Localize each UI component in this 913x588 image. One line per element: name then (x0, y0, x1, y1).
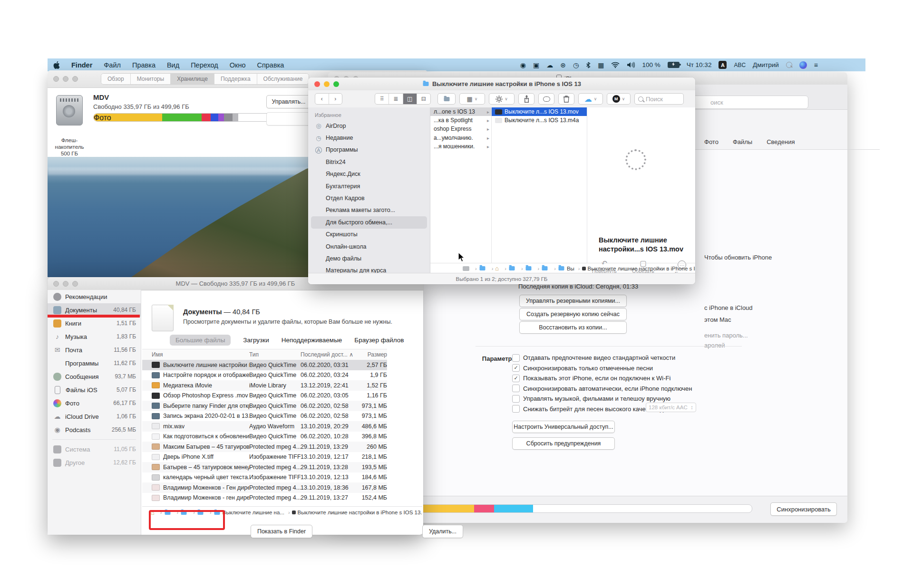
sidebar-item[interactable]: Яндекс.Диск (311, 168, 427, 180)
breadcrumb[interactable] (541, 266, 558, 271)
volume-icon[interactable] (627, 62, 635, 68)
sync-option-checkbox[interactable]: Синхронизировать автоматически, если iPh… (512, 385, 692, 392)
checkbox[interactable] (512, 364, 520, 372)
column-file-row[interactable]: Выключите л...s IOS 13.mov (492, 107, 587, 116)
zoom-icon[interactable] (72, 76, 78, 82)
column-type[interactable]: Тип (249, 351, 301, 358)
checkbox[interactable] (512, 354, 520, 362)
share-button[interactable] (518, 93, 534, 105)
storage-tab[interactable]: Браузер файлов (354, 337, 404, 344)
battery-icon[interactable] (668, 62, 680, 68)
sidebar-item[interactable]: Скриншоты (311, 229, 427, 241)
sidebar-item[interactable]: Bitrix24 (311, 156, 427, 168)
tab-photos[interactable]: Фото (704, 138, 719, 145)
storage-tab[interactable]: Загрузки (243, 337, 269, 344)
menu-item-window[interactable]: Окно (224, 61, 252, 69)
column-name[interactable]: Имя (142, 351, 249, 358)
apple-menu-icon[interactable] (48, 61, 66, 69)
icon-view-icon[interactable]: ⠿ (375, 94, 389, 104)
view-switcher[interactable]: ⠿ ≣ ◫ ⊟ (375, 93, 431, 105)
column-folder-row[interactable]: ...я мошенники. (430, 142, 491, 151)
table-row[interactable]: Максим Батырев – 45 татуировок про... Pr… (142, 442, 387, 452)
tab-info[interactable]: Сведения (767, 138, 795, 145)
storage-category[interactable]: Книги 1,51 ГБ (48, 317, 141, 330)
input-source-label[interactable]: ABC (734, 62, 746, 68)
sync-option-checkbox[interactable]: Отдавать предпочтение видео стандартной … (512, 354, 692, 361)
input-source-badge[interactable]: A (719, 61, 727, 69)
vpn-cloud-icon[interactable]: ☁ (546, 62, 553, 68)
spotlight-search-icon[interactable] (786, 62, 792, 68)
screen-share-icon[interactable]: ▣ (533, 62, 539, 68)
menu-item-view[interactable]: Вид (161, 61, 185, 69)
column-folder-row[interactable]: oshop Express (430, 125, 491, 133)
storage-tab[interactable]: Неподдерживаемые (282, 337, 342, 344)
tab[interactable]: Хранилище (171, 74, 214, 84)
delete-button[interactable]: Удалить... (422, 525, 463, 538)
time-machine-icon[interactable]: ◷ (573, 62, 579, 68)
table-row[interactable]: Обзор Photoshop Express .mov Видео Quick… (142, 391, 387, 401)
breadcrumb[interactable] (463, 266, 479, 271)
storage-category[interactable]: Почта 11,56 ГБ (48, 343, 141, 357)
table-row[interactable]: Выключите лишние настройки в iPhon... Ви… (142, 360, 387, 370)
tab[interactable]: Мониторы (131, 74, 171, 84)
sidebar-item[interactable]: Демо файлы (311, 252, 427, 264)
manage-button[interactable]: Управлять... (266, 95, 311, 108)
checkbox[interactable] (512, 395, 520, 403)
finder-search-input[interactable]: Поиск (634, 93, 684, 105)
gallery-view-icon[interactable]: ⊟ (417, 94, 430, 104)
storage-tab[interactable]: Большие файлы (170, 335, 231, 346)
table-row[interactable]: Как подготовиться к обновлению iPho... В… (142, 432, 387, 442)
options-button[interactable]: Сбросить предупреждения (512, 437, 615, 450)
table-header[interactable]: Имя Тип Последний дост... ∧ Размер (142, 349, 387, 360)
sidebar-item[interactable]: Программы (311, 144, 427, 156)
window-controls[interactable] (53, 76, 78, 82)
notification-center-icon[interactable]: ≡ (814, 62, 818, 68)
list-view-icon[interactable]: ≣ (389, 94, 403, 104)
keyboard-icon[interactable]: ▦ (598, 62, 604, 68)
table-row[interactable]: Владимир Моженков - ген директора.... Pr… (142, 493, 387, 503)
sync-option-checkbox[interactable]: Синхронизировать только отмеченные песни (512, 365, 692, 372)
breadcrumb[interactable]: Выключите лишние настройки в iPhone s IO… (582, 266, 696, 271)
table-row[interactable]: Медиатека iMovie iMovie Library 13.12.20… (142, 380, 387, 391)
sidebar-item[interactable]: Отдел Кадров (311, 192, 427, 204)
extension-button[interactable]: M∨ (607, 93, 631, 105)
column-accessed[interactable]: Последний дост... ∧ (301, 351, 359, 358)
menu-item-help[interactable]: Справка (251, 61, 290, 69)
bitrate-select[interactable]: 128 кбит/с AAC↕ (646, 403, 696, 412)
sidebar-item[interactable]: Онлайн-школа (311, 241, 427, 252)
tag-button[interactable] (538, 93, 554, 105)
table-row[interactable]: Запись экрана 2020-02-01 в 13.29.54.... … (142, 411, 387, 422)
storage-category[interactable]: Другое 12,62 ГБ (48, 456, 141, 469)
backup-button[interactable]: Управлять резервными копиями... (519, 295, 627, 307)
group-button[interactable]: ▦∨ (459, 93, 485, 105)
checkbox[interactable] (512, 405, 520, 413)
storage-category[interactable]: Программы 11,62 ГБ (48, 357, 141, 370)
new-folder-button[interactable] (437, 93, 456, 105)
menu-item-edit[interactable]: Правка (126, 61, 161, 69)
breadcrumb[interactable] (525, 266, 542, 271)
screen-record-icon[interactable]: ◉ (520, 62, 526, 68)
tab[interactable]: Обзор (101, 74, 131, 84)
breadcrumb[interactable]: Вы (558, 266, 582, 271)
breadcrumb[interactable] (508, 266, 525, 271)
storage-category[interactable]: Рекомендации (48, 290, 141, 303)
sync-search-input[interactable]: оиск (679, 96, 808, 109)
sync-button[interactable]: Синхронизировать (770, 502, 837, 516)
backup-button[interactable]: Восстановить из копии... (519, 321, 627, 334)
menu-item-file[interactable]: Файл (98, 61, 126, 69)
menu-item-finder[interactable]: Finder (66, 61, 98, 69)
options-button[interactable]: Настроить Универсальный доступ... (512, 421, 615, 433)
menu-item-go[interactable]: Переход (185, 61, 224, 69)
tab[interactable]: Обслуживание (257, 74, 309, 84)
show-in-finder-button[interactable]: Показать в Finder (251, 525, 312, 538)
sidebar-item[interactable]: Реклама макеты загото... (311, 204, 427, 216)
sync-option-checkbox[interactable]: Управлять музыкой, фильмами и телешоу вр… (512, 395, 692, 402)
table-row[interactable]: Батырев – 45 татуировок менеджера.... Pr… (142, 462, 387, 472)
column-folder-row[interactable]: а...умолчанию. (430, 134, 491, 142)
user-name[interactable]: Дмитрий (753, 61, 779, 68)
sidebar-item[interactable]: Недавние (311, 132, 427, 144)
storage-category[interactable]: iCloud Drive 1,06 ГБ (48, 410, 141, 423)
siri-icon[interactable] (799, 61, 807, 69)
breadcrumb[interactable] (479, 266, 495, 271)
checkbox[interactable] (512, 375, 520, 382)
